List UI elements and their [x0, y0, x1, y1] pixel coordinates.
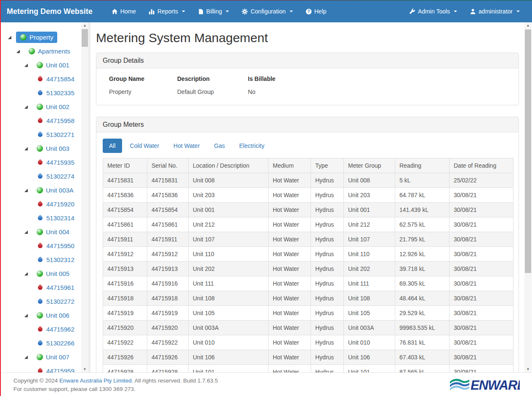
cell-meter-group: Unit 203 [344, 188, 395, 203]
tree-node[interactable]: Unit 004 [0, 225, 81, 239]
meter-table-row[interactable]: 44715836 44715836 Unit 203 Hot Water Hyd… [103, 188, 513, 203]
tree-node-label: 44715854 [46, 75, 74, 83]
tree-node[interactable]: 44715935 [0, 155, 81, 169]
cell-location: Unit 101 [189, 365, 269, 373]
scroll-up-arrow[interactable]: ▲ [524, 22, 532, 29]
sidebar-scrollbar[interactable]: ▲ ▼ [81, 22, 88, 372]
main-scrollbar-thumb[interactable] [525, 29, 531, 273]
cell-meter-group: Unit 010 [344, 335, 395, 350]
tree-node[interactable]: 51302335 [0, 86, 81, 100]
cell-date-of-reading: 30/08/21 [450, 217, 513, 232]
tree-node[interactable]: 51302271 [0, 128, 81, 142]
tree-node[interactable]: 44715920 [0, 197, 81, 211]
cell-meter-group: Unit 111 [344, 276, 395, 291]
nav-user-menu[interactable]: administrator [463, 0, 526, 22]
cell-medium: Hot Water [269, 188, 311, 203]
expand-arrow-icon[interactable] [24, 313, 28, 318]
expand-arrow-icon[interactable] [16, 49, 20, 54]
nav-admin-tools[interactable]: Admin Tools [403, 0, 463, 22]
tree-node-label: 44715920 [46, 201, 74, 208]
tree-node[interactable]: Unit 002 [0, 100, 81, 114]
cell-meter-group: Unit 110 [344, 247, 395, 262]
nav-reports[interactable]: Reports [142, 0, 192, 22]
enware-company-link[interactable]: Enware Australia Pty Limited [59, 377, 132, 384]
cell-type: Hydrus [311, 335, 344, 350]
tree-node[interactable]: Unit 005 [0, 267, 81, 281]
expand-arrow-icon[interactable] [24, 147, 28, 151]
col-meter-id: Meter ID [103, 158, 147, 173]
tree-node[interactable]: Unit 003A [0, 183, 81, 197]
cell-meter-group: Unit 212 [344, 217, 395, 232]
brand-title[interactable]: Metering Demo Website [0, 7, 99, 16]
tree-node[interactable]: Unit 001 [0, 58, 81, 72]
meter-table-row[interactable]: 44715912 44715912 Unit 110 Hot Water Hyd… [103, 247, 513, 262]
col-date-of-reading: Date of Reading [450, 158, 513, 173]
meter-table-row[interactable]: 44715831 44715831 Unit 008 Hot Water Hyd… [103, 173, 513, 188]
tree-node[interactable]: 44715962 [0, 322, 81, 336]
col-reading: Reading [395, 158, 450, 173]
chevron-down-icon [226, 11, 229, 12]
expand-arrow-icon[interactable] [24, 355, 28, 359]
meter-table-row[interactable]: 44715928 44715928 Unit 101 Hot Water Hyd… [103, 365, 513, 373]
meter-filter-tab[interactable]: Hot Water [167, 139, 206, 153]
expand-arrow-icon[interactable] [24, 105, 28, 109]
expand-arrow-icon[interactable] [24, 272, 28, 276]
meter-filter-tab[interactable]: Electricity [233, 139, 271, 153]
cell-meter-group: Unit 105 [344, 306, 395, 321]
meter-filter-tab[interactable]: Cold Water [124, 139, 166, 153]
tree-node[interactable]: 51302272 [0, 294, 81, 308]
meter-table-row[interactable]: 44715926 44715926 Unit 106 Hot Water Hyd… [103, 350, 513, 365]
nav-configuration[interactable]: Configuration [235, 0, 299, 22]
tree-node-icon [36, 62, 43, 69]
meter-table-row[interactable]: 44715919 44715919 Unit 105 Hot Water Hyd… [103, 306, 513, 321]
meter-table-row[interactable]: 44715916 44715916 Unit 111 Hot Water Hyd… [103, 276, 513, 291]
tree-node[interactable]: 51302274 [0, 169, 81, 183]
expand-arrow-icon[interactable] [24, 230, 28, 234]
scroll-down-arrow[interactable]: ▼ [81, 366, 88, 372]
tree-node-label: 51302271 [46, 131, 74, 138]
expand-arrow-icon[interactable] [24, 63, 28, 67]
tree-node[interactable]: 44715961 [0, 281, 81, 294]
tree-node[interactable]: 51302314 [0, 211, 81, 225]
nav-help[interactable]: ? Help [299, 0, 333, 22]
meter-table-row[interactable]: 44715918 44715918 Unit 108 Hot Water Hyd… [103, 291, 513, 306]
meter-table-row[interactable]: 44715911 44715911 Unit 107 Hot Water Hyd… [103, 232, 513, 247]
wrench-icon [409, 8, 415, 15]
cell-medium: Hot Water [269, 335, 311, 350]
tree-node-icon [37, 368, 43, 373]
main-scrollbar[interactable]: ▲ ▼ [524, 22, 532, 372]
cell-date-of-reading: 30/08/21 [450, 335, 513, 350]
meter-table-row[interactable]: 44715854 44715854 Unit 001 Hot Water Hyd… [103, 203, 513, 217]
nav-billing[interactable]: Billing [192, 0, 235, 22]
scroll-up-arrow[interactable]: ▲ [81, 22, 88, 29]
chevron-down-icon [290, 11, 293, 12]
expand-arrow-icon[interactable] [24, 188, 28, 193]
tree-node[interactable]: 44715854 [0, 72, 81, 86]
cell-location: Unit 105 [189, 306, 269, 321]
meter-table-row[interactable]: 44715861 44715861 Unit 212 Hot Water Hyd… [103, 217, 513, 232]
meter-filter-tab[interactable]: All [103, 139, 122, 153]
scroll-down-arrow[interactable]: ▼ [524, 366, 532, 372]
meter-table-row[interactable]: 44715913 44715913 Unit 202 Hot Water Hyd… [103, 262, 513, 276]
tree-node[interactable]: Property [0, 30, 81, 44]
tree-node-label: 44715958 [46, 117, 74, 124]
tree-node[interactable]: 44715959 [0, 364, 81, 372]
tree-node[interactable]: 51302266 [0, 336, 81, 350]
tree-node[interactable]: 44715958 [0, 114, 81, 128]
meter-table-row[interactable]: 44715920 44715920 Unit 003A Hot Water Hy… [103, 321, 513, 335]
tree-node[interactable]: Unit 003 [0, 142, 81, 155]
nav-home[interactable]: Home [105, 0, 142, 22]
gear-icon [242, 8, 248, 15]
meter-table-row[interactable]: 44715922 44715922 Unit 010 Hot Water Hyd… [103, 335, 513, 350]
tree-node[interactable]: 51302312 [0, 253, 81, 267]
tree-node[interactable]: 44715950 [0, 239, 81, 253]
tree-node[interactable]: Unit 006 [0, 308, 81, 322]
tree-node[interactable]: Unit 007 [0, 350, 81, 364]
cell-date-of-reading: 30/08/21 [450, 188, 513, 203]
expand-arrow-icon[interactable] [8, 35, 12, 40]
tree-node[interactable]: Apartments [0, 44, 81, 58]
cell-medium: Hot Water [269, 203, 311, 217]
sidebar-scrollbar-thumb[interactable] [82, 29, 88, 47]
meter-filter-tab[interactable]: Gas [208, 139, 231, 153]
cell-location: Unit 107 [189, 232, 269, 247]
